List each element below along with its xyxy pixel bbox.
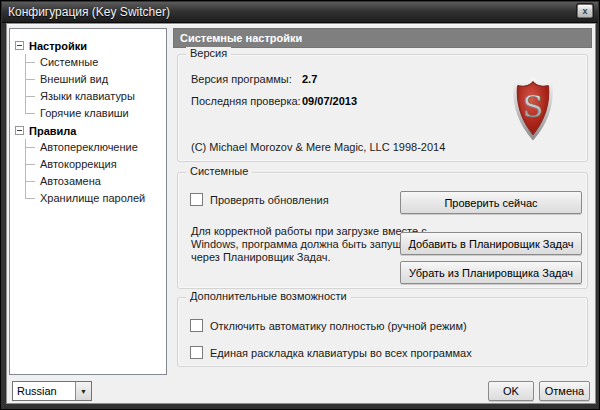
sidebar-item-autoswitch[interactable]: Автопереключение — [25, 139, 164, 156]
version-row: Версия программы: 2.7 — [191, 73, 292, 85]
remove-from-scheduler-button[interactable]: Убрать из Планировщика Задач — [400, 261, 582, 284]
last-check-row: Последняя проверка: 09/07/2013 — [191, 95, 301, 107]
manual-mode-row[interactable]: Отключить автоматику полностью (ручной р… — [190, 319, 467, 332]
single-layout-row[interactable]: Единая раскладка клавиатуры во всех прог… — [190, 346, 472, 359]
scheduler-note: Для корректной работы при загрузке вмест… — [191, 225, 433, 264]
chevron-down-icon[interactable]: ▼ — [75, 382, 91, 400]
tree-node-settings[interactable]: Настройки — [15, 37, 164, 54]
tree-group-rules: Правила Автопереключение Автокоррекция А… — [15, 122, 164, 207]
sidebar-item-appearance[interactable]: Внешний вид — [25, 71, 164, 88]
config-dialog: Конфигурация (Key Switcher) x Настройки … — [0, 0, 600, 410]
groupbox-title: Системные — [186, 165, 252, 177]
single-layout-label: Единая раскладка клавиатуры во всех прог… — [210, 347, 472, 359]
collapse-expander-icon[interactable] — [15, 126, 24, 135]
single-layout-checkbox[interactable] — [190, 346, 203, 359]
sidebar-item-autocorrect[interactable]: Автокоррекция — [25, 156, 164, 173]
extra-options-groupbox: Дополнительные возможности Отключить авт… — [177, 297, 588, 367]
collapse-expander-icon[interactable] — [15, 41, 24, 50]
tree-node-rules[interactable]: Правила — [15, 122, 164, 139]
copyright-text: (C) Michael Morozov & Mere Magic, LLC 19… — [191, 141, 445, 153]
sidebar-item-system[interactable]: Системные — [25, 54, 164, 71]
check-updates-checkbox[interactable] — [190, 193, 203, 206]
version-groupbox: Версия Версия программы: 2.7 Последняя п… — [177, 54, 588, 162]
system-groupbox: Системные Проверять обновления Проверить… — [177, 172, 588, 289]
last-check-value: 09/07/2013 — [302, 95, 357, 107]
settings-tree: Настройки Системные Внешний вид Языки кл… — [9, 28, 167, 375]
ok-button[interactable]: OK — [488, 381, 534, 401]
manual-mode-label: Отключить автоматику полностью (ручной р… — [210, 320, 467, 332]
cancel-button[interactable]: Отмена — [539, 381, 590, 401]
check-updates-label: Проверять обновления — [210, 194, 329, 206]
version-value: 2.7 — [302, 73, 317, 85]
dialog-body: Настройки Системные Внешний вид Языки кл… — [6, 23, 596, 404]
page-title: Системные настройки — [173, 28, 592, 48]
title-bar[interactable]: Конфигурация (Key Switcher) — [2, 2, 598, 23]
window-title: Конфигурация (Key Switcher) — [8, 5, 170, 19]
check-updates-row[interactable]: Проверять обновления — [190, 193, 329, 206]
manual-mode-checkbox[interactable] — [190, 319, 203, 332]
key-switcher-shield-icon: S — [511, 77, 555, 141]
shield-letter: S — [523, 89, 544, 124]
tree-group-settings: Настройки Системные Внешний вид Языки кл… — [15, 37, 164, 122]
sidebar-item-password-store[interactable]: Хранилище паролей — [25, 190, 164, 207]
language-value: Russian — [13, 385, 75, 397]
add-to-scheduler-button[interactable]: Добавить в Планировщик Задач — [400, 232, 582, 255]
sidebar-item-keyboard-languages[interactable]: Языки клавиатуры — [25, 88, 164, 105]
groupbox-title: Дополнительные возможности — [186, 290, 351, 302]
sidebar-item-autoreplace[interactable]: Автозамена — [25, 173, 164, 190]
tree-group-label: Настройки — [29, 40, 87, 52]
language-select[interactable]: Russian ▼ — [12, 381, 92, 401]
check-now-button[interactable]: Проверить сейчас — [400, 191, 582, 214]
groupbox-title: Версия — [186, 47, 231, 59]
tree-group-label: Правила — [29, 125, 76, 137]
close-icon[interactable]: x — [577, 4, 593, 18]
last-check-label: Последняя проверка: — [191, 95, 301, 107]
version-label: Версия программы: — [191, 73, 292, 85]
sidebar-item-hotkeys[interactable]: Горячие клавиши — [25, 105, 164, 122]
